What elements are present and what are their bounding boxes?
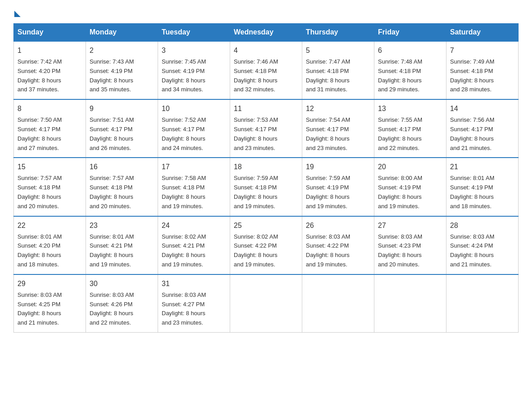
week-row-5: 29 Sunrise: 8:03 AM Sunset: 4:25 PM Dayl…	[14, 274, 519, 333]
calendar-header-row: SundayMondayTuesdayWednesdayThursdayFrid…	[14, 24, 519, 42]
calendar-cell: 5 Sunrise: 7:47 AM Sunset: 4:18 PM Dayli…	[302, 41, 374, 99]
calendar-cell	[302, 274, 374, 333]
day-number: 2	[90, 45, 154, 56]
calendar-cell: 22 Sunrise: 8:01 AM Sunset: 4:20 PM Dayl…	[14, 216, 86, 274]
day-info: Sunrise: 7:50 AM Sunset: 4:17 PM Dayligh…	[17, 116, 82, 153]
calendar-cell: 3 Sunrise: 7:45 AM Sunset: 4:19 PM Dayli…	[158, 41, 230, 99]
day-number: 31	[162, 278, 226, 289]
day-number: 12	[306, 103, 370, 114]
day-info: Sunrise: 7:58 AM Sunset: 4:18 PM Dayligh…	[162, 174, 226, 211]
day-number: 22	[17, 220, 82, 231]
calendar-cell: 21 Sunrise: 8:01 AM Sunset: 4:19 PM Dayl…	[446, 158, 519, 216]
day-info: Sunrise: 8:03 AM Sunset: 4:23 PM Dayligh…	[378, 232, 442, 270]
week-row-4: 22 Sunrise: 8:01 AM Sunset: 4:20 PM Dayl…	[14, 216, 519, 274]
calendar-cell: 12 Sunrise: 7:54 AM Sunset: 4:17 PM Dayl…	[302, 99, 374, 158]
day-info: Sunrise: 7:52 AM Sunset: 4:17 PM Dayligh…	[162, 116, 226, 153]
day-number: 3	[162, 45, 226, 56]
day-info: Sunrise: 8:02 AM Sunset: 4:22 PM Dayligh…	[234, 232, 298, 270]
day-info: Sunrise: 7:43 AM Sunset: 4:19 PM Dayligh…	[90, 57, 154, 94]
day-info: Sunrise: 7:59 AM Sunset: 4:18 PM Dayligh…	[234, 174, 298, 211]
calendar-cell: 10 Sunrise: 7:52 AM Sunset: 4:17 PM Dayl…	[158, 99, 230, 158]
day-number: 27	[378, 220, 442, 231]
day-info: Sunrise: 7:48 AM Sunset: 4:18 PM Dayligh…	[378, 57, 442, 94]
day-info: Sunrise: 7:55 AM Sunset: 4:17 PM Dayligh…	[378, 116, 442, 153]
day-number: 16	[90, 162, 154, 172]
day-info: Sunrise: 8:00 AM Sunset: 4:19 PM Dayligh…	[378, 174, 442, 211]
calendar-cell: 27 Sunrise: 8:03 AM Sunset: 4:23 PM Dayl…	[374, 216, 446, 274]
day-number: 19	[306, 162, 370, 172]
day-number: 13	[378, 103, 442, 114]
calendar-cell: 24 Sunrise: 8:02 AM Sunset: 4:21 PM Dayl…	[158, 216, 230, 274]
calendar-cell: 31 Sunrise: 8:03 AM Sunset: 4:27 PM Dayl…	[158, 274, 230, 333]
day-number: 24	[162, 220, 226, 231]
calendar-table: SundayMondayTuesdayWednesdayThursdayFrid…	[13, 23, 519, 333]
page-header	[13, 9, 519, 14]
day-info: Sunrise: 8:03 AM Sunset: 4:25 PM Dayligh…	[17, 291, 82, 328]
day-info: Sunrise: 7:49 AM Sunset: 4:18 PM Dayligh…	[450, 57, 515, 94]
day-info: Sunrise: 8:01 AM Sunset: 4:19 PM Dayligh…	[450, 174, 515, 211]
column-header-wednesday: Wednesday	[230, 24, 302, 42]
calendar-cell: 17 Sunrise: 7:58 AM Sunset: 4:18 PM Dayl…	[158, 158, 230, 216]
day-info: Sunrise: 7:53 AM Sunset: 4:17 PM Dayligh…	[234, 116, 298, 153]
day-info: Sunrise: 7:45 AM Sunset: 4:19 PM Dayligh…	[162, 57, 226, 94]
calendar-cell: 14 Sunrise: 7:56 AM Sunset: 4:17 PM Dayl…	[446, 99, 519, 158]
calendar-cell: 7 Sunrise: 7:49 AM Sunset: 4:18 PM Dayli…	[446, 41, 519, 99]
day-number: 21	[450, 162, 515, 172]
day-number: 5	[306, 45, 370, 56]
calendar-cell: 9 Sunrise: 7:51 AM Sunset: 4:17 PM Dayli…	[86, 99, 158, 158]
day-info: Sunrise: 7:57 AM Sunset: 4:18 PM Dayligh…	[17, 174, 82, 211]
calendar-cell: 1 Sunrise: 7:42 AM Sunset: 4:20 PM Dayli…	[14, 41, 86, 99]
day-info: Sunrise: 8:01 AM Sunset: 4:21 PM Dayligh…	[90, 232, 154, 270]
calendar-cell: 16 Sunrise: 7:57 AM Sunset: 4:18 PM Dayl…	[86, 158, 158, 216]
day-number: 6	[378, 45, 442, 56]
column-header-friday: Friday	[374, 24, 446, 42]
day-info: Sunrise: 8:02 AM Sunset: 4:21 PM Dayligh…	[162, 232, 226, 270]
day-info: Sunrise: 8:03 AM Sunset: 4:24 PM Dayligh…	[450, 232, 515, 270]
day-number: 11	[234, 103, 298, 114]
calendar-cell: 11 Sunrise: 7:53 AM Sunset: 4:17 PM Dayl…	[230, 99, 302, 158]
logo-arrow-icon	[14, 11, 21, 17]
calendar-cell: 26 Sunrise: 8:03 AM Sunset: 4:22 PM Dayl…	[302, 216, 374, 274]
day-number: 4	[234, 45, 298, 56]
day-info: Sunrise: 8:01 AM Sunset: 4:20 PM Dayligh…	[17, 232, 82, 270]
calendar-cell: 15 Sunrise: 7:57 AM Sunset: 4:18 PM Dayl…	[14, 158, 86, 216]
calendar-cell: 23 Sunrise: 8:01 AM Sunset: 4:21 PM Dayl…	[86, 216, 158, 274]
column-header-tuesday: Tuesday	[158, 24, 230, 42]
calendar-cell: 18 Sunrise: 7:59 AM Sunset: 4:18 PM Dayl…	[230, 158, 302, 216]
calendar-cell: 4 Sunrise: 7:46 AM Sunset: 4:18 PM Dayli…	[230, 41, 302, 99]
day-info: Sunrise: 7:46 AM Sunset: 4:18 PM Dayligh…	[234, 57, 298, 94]
day-info: Sunrise: 7:59 AM Sunset: 4:19 PM Dayligh…	[306, 174, 370, 211]
day-info: Sunrise: 7:57 AM Sunset: 4:18 PM Dayligh…	[90, 174, 154, 211]
calendar-cell: 13 Sunrise: 7:55 AM Sunset: 4:17 PM Dayl…	[374, 99, 446, 158]
column-header-thursday: Thursday	[302, 24, 374, 42]
column-header-monday: Monday	[86, 24, 158, 42]
day-number: 25	[234, 220, 298, 231]
day-number: 8	[17, 103, 82, 114]
day-number: 9	[90, 103, 154, 114]
day-number: 28	[450, 220, 515, 231]
week-row-1: 1 Sunrise: 7:42 AM Sunset: 4:20 PM Dayli…	[14, 41, 519, 99]
day-number: 7	[450, 45, 515, 56]
day-number: 30	[90, 278, 154, 289]
day-info: Sunrise: 7:56 AM Sunset: 4:17 PM Dayligh…	[450, 116, 515, 153]
day-info: Sunrise: 7:54 AM Sunset: 4:17 PM Dayligh…	[306, 116, 370, 153]
day-info: Sunrise: 8:03 AM Sunset: 4:27 PM Dayligh…	[162, 291, 226, 328]
day-number: 17	[162, 162, 226, 172]
calendar-cell: 29 Sunrise: 8:03 AM Sunset: 4:25 PM Dayl…	[14, 274, 86, 333]
week-row-2: 8 Sunrise: 7:50 AM Sunset: 4:17 PM Dayli…	[14, 99, 519, 158]
day-info: Sunrise: 8:03 AM Sunset: 4:26 PM Dayligh…	[90, 291, 154, 328]
calendar-cell: 6 Sunrise: 7:48 AM Sunset: 4:18 PM Dayli…	[374, 41, 446, 99]
day-number: 14	[450, 103, 515, 114]
day-number: 29	[17, 278, 82, 289]
calendar-cell: 20 Sunrise: 8:00 AM Sunset: 4:19 PM Dayl…	[374, 158, 446, 216]
calendar-cell: 28 Sunrise: 8:03 AM Sunset: 4:24 PM Dayl…	[446, 216, 519, 274]
day-number: 18	[234, 162, 298, 172]
calendar-cell: 25 Sunrise: 8:02 AM Sunset: 4:22 PM Dayl…	[230, 216, 302, 274]
day-number: 23	[90, 220, 154, 231]
column-header-saturday: Saturday	[446, 24, 519, 42]
week-row-3: 15 Sunrise: 7:57 AM Sunset: 4:18 PM Dayl…	[14, 158, 519, 216]
day-info: Sunrise: 7:42 AM Sunset: 4:20 PM Dayligh…	[17, 57, 82, 94]
calendar-cell: 8 Sunrise: 7:50 AM Sunset: 4:17 PM Dayli…	[14, 99, 86, 158]
column-header-sunday: Sunday	[14, 24, 86, 42]
day-number: 20	[378, 162, 442, 172]
